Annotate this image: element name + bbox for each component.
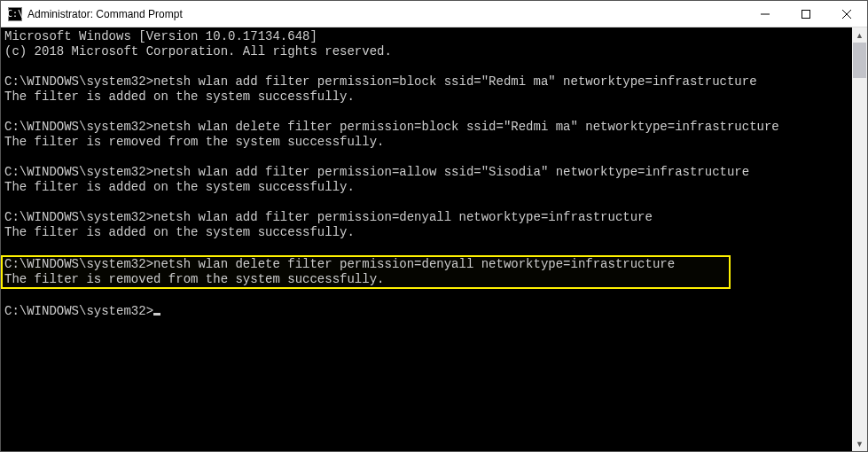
command-text: netsh wlan add filter permission=denyall… xyxy=(153,210,653,224)
terminal-line: C:\WINDOWS\system32>netsh wlan add filte… xyxy=(4,210,852,225)
prompt: C:\WINDOWS\system32> xyxy=(4,165,153,179)
command-prompt-window: C:\ Administrator: Command Prompt Micros… xyxy=(0,0,868,452)
maximize-button[interactable] xyxy=(786,1,826,27)
terminal-blank xyxy=(4,150,852,165)
terminal-line: The filter is added on the system succes… xyxy=(4,180,852,195)
prompt: C:\WINDOWS\system32> xyxy=(4,74,153,89)
prompt: C:\WINDOWS\system32> xyxy=(4,304,153,318)
terminal-line: (c) 2018 Microsoft Corporation. All righ… xyxy=(4,44,852,59)
terminal-line: The filter is added on the system succes… xyxy=(4,225,852,240)
terminal-line: C:\WINDOWS\system32>netsh wlan add filte… xyxy=(4,165,852,180)
command-text: netsh wlan delete filter permission=bloc… xyxy=(153,120,779,134)
terminal-line: The filter is added on the system succes… xyxy=(4,90,852,105)
close-button[interactable] xyxy=(826,1,867,27)
terminal-blank xyxy=(4,195,852,210)
terminal-blank xyxy=(4,240,852,255)
terminal-area: Microsoft Windows [Version 10.0.17134.64… xyxy=(1,27,867,451)
terminal-output[interactable]: Microsoft Windows [Version 10.0.17134.64… xyxy=(1,27,852,451)
vertical-scrollbar[interactable]: ▲ ▼ xyxy=(852,27,867,451)
cursor xyxy=(153,313,160,316)
output-text: The filter is removed from the system su… xyxy=(4,272,384,286)
terminal-line: C:\WINDOWS\system32>netsh wlan add filte… xyxy=(4,74,852,90)
command-text: netsh wlan add filter permission=allow s… xyxy=(153,165,749,179)
titlebar[interactable]: C:\ Administrator: Command Prompt xyxy=(1,1,867,27)
cmd-icon: C:\ xyxy=(8,7,22,21)
terminal-line: C:\WINDOWS\system32> xyxy=(4,304,852,319)
terminal-blank xyxy=(4,105,852,120)
window-title: Administrator: Command Prompt xyxy=(27,8,183,20)
terminal-blank xyxy=(4,289,852,304)
scrollbar-track[interactable] xyxy=(852,43,867,436)
terminal-line: Microsoft Windows [Version 10.0.17134.64… xyxy=(4,29,852,44)
svg-rect-1 xyxy=(802,10,810,18)
terminal-blank xyxy=(4,59,852,74)
terminal-line: C:\WINDOWS\system32>netsh wlan delete fi… xyxy=(4,257,727,272)
scroll-down-button[interactable]: ▼ xyxy=(852,436,867,451)
highlighted-block: C:\WINDOWS\system32>netsh wlan delete fi… xyxy=(1,255,731,289)
prompt: C:\WINDOWS\system32> xyxy=(4,257,153,271)
terminal-line: C:\WINDOWS\system32>netsh wlan delete fi… xyxy=(4,120,852,135)
command-text: netsh wlan delete filter permission=deny… xyxy=(153,257,675,271)
terminal-line: The filter is removed from the system su… xyxy=(4,135,852,150)
scroll-up-button[interactable]: ▲ xyxy=(852,27,867,43)
command-text: netsh wlan add filter permission=block s… xyxy=(153,74,757,89)
scrollbar-thumb[interactable] xyxy=(853,43,866,78)
minimize-button[interactable] xyxy=(745,1,786,27)
prompt: C:\WINDOWS\system32> xyxy=(4,120,153,134)
terminal-line: The filter is removed from the system su… xyxy=(4,272,727,287)
prompt: C:\WINDOWS\system32> xyxy=(4,210,153,224)
